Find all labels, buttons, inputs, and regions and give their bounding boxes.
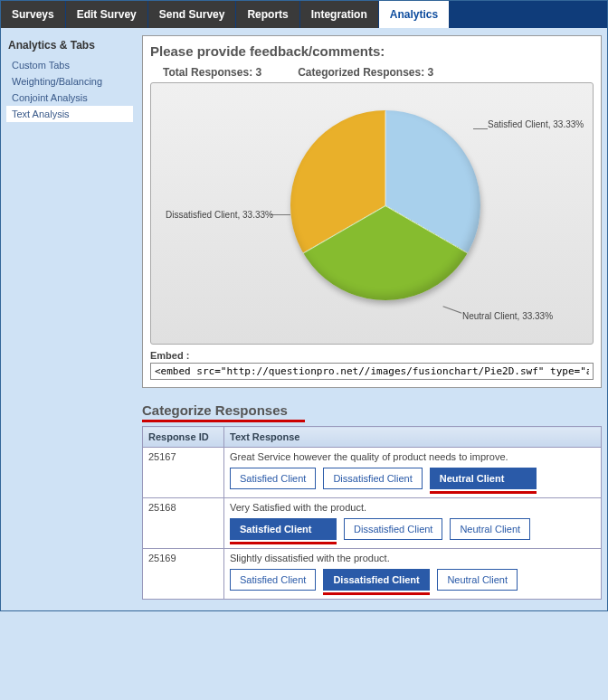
response-cell: Great Service however the quality of pro… — [224, 448, 602, 498]
slice-label-satisfied: Satisfied Client, 33.33% — [488, 119, 584, 129]
feedback-panel: Please provide feedback/comments: Total … — [142, 35, 602, 388]
underline-decoration — [142, 420, 305, 422]
pie-chart: Satisfied Client, 33.33% Dissatisfied Cl… — [150, 82, 594, 345]
total-responses: Total Responses: 3 — [163, 66, 261, 79]
table-row: 25168Very Satisfied with the product.Sat… — [143, 498, 602, 549]
sidebar-item-conjoint-analysis[interactable]: Conjoint Analysis — [6, 90, 133, 106]
sidebar: Analytics & Tabs Custom TabsWeighting/Ba… — [6, 35, 133, 600]
category-button-neutral-client[interactable]: Neutral Client — [430, 468, 537, 489]
table-row: 25167Great Service however the quality o… — [143, 448, 602, 498]
tab-reports[interactable]: Reports — [236, 1, 299, 28]
sidebar-item-weighting-balancing[interactable]: Weighting/Balancing — [6, 73, 133, 90]
sidebar-item-text-analysis[interactable]: Text Analysis — [6, 106, 133, 122]
tab-integration[interactable]: Integration — [300, 1, 379, 28]
underline-decoration — [430, 491, 537, 494]
category-button-dissatisfied-client[interactable]: Dissatisfied Client — [323, 569, 430, 591]
sidebar-heading: Analytics & Tabs — [6, 35, 133, 57]
response-cell: Slightly dissatisfied with the product.S… — [224, 549, 602, 600]
pie-graphic — [290, 110, 480, 300]
response-id: 25168 — [143, 498, 224, 549]
category-button-dissatisfied-client[interactable]: Dissatisfied Client — [344, 518, 442, 540]
tab-send-survey[interactable]: Send Survey — [148, 1, 237, 28]
response-text: Very Satisfied with the product. — [230, 502, 595, 513]
tab-analytics[interactable]: Analytics — [379, 1, 450, 28]
embed-input[interactable] — [150, 363, 594, 380]
response-cell: Very Satisfied with the product.Satisfie… — [224, 498, 602, 549]
underline-decoration — [323, 592, 430, 595]
top-tabs: SurveysEdit SurveySend SurveyReportsInte… — [1, 1, 607, 28]
col-text-response: Text Response — [224, 427, 602, 448]
category-button-dissatisfied-client[interactable]: Dissatisfied Client — [323, 468, 422, 489]
response-id: 25167 — [143, 448, 224, 498]
category-button-satisfied-client[interactable]: Satisfied Client — [230, 468, 316, 489]
categorize-title: Categorize Responses — [142, 402, 602, 418]
category-button-satisfied-client[interactable]: Satisfied Client — [230, 518, 337, 540]
category-button-neutral-client[interactable]: Neutral Client — [437, 569, 518, 591]
response-text: Great Service however the quality of pro… — [230, 451, 595, 462]
table-row: 25169Slightly dissatisfied with the prod… — [143, 549, 602, 600]
responses-table: Response ID Text Response 25167Great Ser… — [142, 426, 602, 600]
tab-edit-survey[interactable]: Edit Survey — [66, 1, 148, 28]
response-text: Slightly dissatisfied with the product. — [230, 553, 595, 563]
panel-title: Please provide feedback/comments: — [150, 43, 594, 59]
tab-surveys[interactable]: Surveys — [1, 1, 66, 28]
underline-decoration — [230, 542, 337, 544]
category-button-neutral-client[interactable]: Neutral Client — [450, 518, 530, 540]
slice-label-dissatisfied: Dissatisfied Client, 33.33% — [166, 210, 273, 220]
slice-label-neutral: Neutral Client, 33.33% — [462, 311, 553, 321]
categorized-responses: Categorized Responses: 3 — [298, 66, 433, 79]
sidebar-item-custom-tabs[interactable]: Custom Tabs — [6, 57, 133, 73]
response-id: 25169 — [143, 549, 224, 600]
category-button-satisfied-client[interactable]: Satisfied Client — [230, 569, 316, 591]
col-response-id: Response ID — [143, 427, 224, 448]
embed-label: Embed : — [150, 350, 189, 361]
